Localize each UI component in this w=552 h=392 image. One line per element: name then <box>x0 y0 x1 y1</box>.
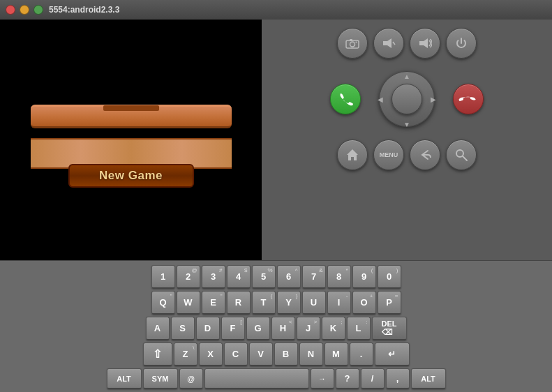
key-slash[interactable]: ? <box>336 368 359 389</box>
key-t[interactable]: T{ <box>252 291 276 315</box>
search-button[interactable] <box>446 140 477 170</box>
key-p[interactable]: P= <box>378 291 401 315</box>
maximize-button[interactable] <box>33 5 43 15</box>
key-fwdslash[interactable]: / <box>361 368 385 389</box>
key-e[interactable]: E" <box>202 291 225 315</box>
key-8[interactable]: 8* <box>327 265 351 289</box>
end-call-button[interactable] <box>453 84 484 114</box>
key-m[interactable]: M <box>325 342 348 366</box>
control-panel: ▲ ▼ ◀ ▶ MENU <box>262 20 552 260</box>
key-y[interactable]: Y} <box>277 291 301 315</box>
key-arrow-right[interactable]: → <box>311 368 334 389</box>
key-4[interactable]: 4$ <box>227 265 251 289</box>
minimize-button[interactable] <box>20 5 29 15</box>
svg-point-1 <box>350 42 355 47</box>
key-q[interactable]: Q" <box>151 291 175 315</box>
key-7[interactable]: 7& <box>302 265 326 289</box>
dpad-down-arrow: ▼ <box>403 121 410 128</box>
key-comma[interactable]: , <box>386 368 410 389</box>
key-shift[interactable]: ⇧ <box>143 342 172 366</box>
key-x[interactable]: X <box>199 342 223 366</box>
key-a[interactable]: A <box>146 317 170 340</box>
key-at[interactable]: @ <box>179 368 203 389</box>
key-n[interactable]: N <box>299 342 323 366</box>
key-sym[interactable]: SYM <box>143 368 178 389</box>
key-alt-right[interactable]: ALT <box>411 368 446 389</box>
menu-button[interactable]: MENU <box>373 140 404 170</box>
key-6[interactable]: 6^ <box>277 265 301 289</box>
control-row-2: ▲ ▼ ◀ ▶ <box>273 64 541 134</box>
back-button[interactable] <box>410 140 440 170</box>
key-enter[interactable]: ↵ <box>375 342 410 366</box>
key-o[interactable]: O+ <box>352 291 376 315</box>
call-button[interactable] <box>330 84 361 114</box>
volume-up-button[interactable] <box>410 28 440 59</box>
window-controls[interactable] <box>6 5 43 15</box>
phone-screen: New Game <box>0 20 262 260</box>
key-del[interactable]: DEL⌫ <box>372 317 407 340</box>
svg-marker-7 <box>347 149 358 160</box>
close-button[interactable] <box>6 5 15 15</box>
key-9[interactable]: 9( <box>352 265 376 289</box>
dpad-up-arrow: ▲ <box>403 73 410 80</box>
new-game-button[interactable]: New Game <box>68 164 194 188</box>
svg-point-3 <box>356 42 357 43</box>
key-f[interactable]: F[ <box>221 317 245 340</box>
home-button[interactable] <box>337 140 368 170</box>
key-j[interactable]: J> <box>297 317 320 340</box>
main-content: New Game <box>0 20 552 260</box>
key-r[interactable]: R <box>227 291 251 315</box>
key-period[interactable]: . <box>350 342 373 366</box>
dpad-right-arrow: ▶ <box>431 96 436 103</box>
svg-marker-4 <box>383 38 391 48</box>
keyboard-row-asdf: A S D F[ G H< J> K; L: DEL⌫ <box>3 317 549 340</box>
key-5[interactable]: 5% <box>252 265 276 289</box>
key-alt-left[interactable]: ALT <box>107 368 142 389</box>
key-s[interactable]: S <box>171 317 195 340</box>
svg-rect-2 <box>350 39 352 41</box>
keyboard-row-numbers: 1 2@ 3# 4$ 5% 6^ 7& 8* 9( 0) <box>3 265 549 289</box>
key-k[interactable]: K; <box>322 317 345 340</box>
key-u[interactable]: U <box>302 291 326 315</box>
key-3[interactable]: 3# <box>202 265 225 289</box>
key-b[interactable]: B <box>274 342 298 366</box>
keyboard-row-qwerty: Q" W E" R T{ Y} U I- O+ P= <box>3 291 549 315</box>
game-area: New Game <box>30 105 232 176</box>
key-i[interactable]: I- <box>327 291 351 315</box>
title-bar: 5554:android2.3.3 <box>0 0 552 20</box>
wooden-bar-top <box>31 105 232 128</box>
dpad[interactable]: ▲ ▼ ◀ ▶ <box>372 64 442 134</box>
camera-button[interactable] <box>337 28 368 59</box>
window-title: 5554:android2.3.3 <box>49 5 119 15</box>
key-l[interactable]: L: <box>347 317 371 340</box>
key-g[interactable]: G <box>246 317 270 340</box>
dpad-left-arrow: ◀ <box>378 96 383 103</box>
key-w[interactable]: W <box>177 291 200 315</box>
key-2[interactable]: 2@ <box>177 265 200 289</box>
svg-marker-6 <box>419 38 428 48</box>
key-v[interactable]: V <box>249 342 273 366</box>
key-0[interactable]: 0) <box>378 265 401 289</box>
dpad-center-button[interactable] <box>391 84 422 114</box>
volume-down-button[interactable] <box>373 28 404 59</box>
svg-line-9 <box>463 156 467 160</box>
key-c[interactable]: C <box>224 342 248 366</box>
key-z[interactable]: Z\ <box>174 342 197 366</box>
keyboard-row-zxcv: ⇧ Z\ X C V B N M . ↵ <box>3 342 549 366</box>
svg-line-5 <box>393 42 395 45</box>
key-d[interactable]: D <box>196 317 220 340</box>
key-space[interactable] <box>204 368 309 389</box>
control-row-1 <box>273 28 541 59</box>
power-button[interactable] <box>446 28 477 59</box>
key-h[interactable]: H< <box>271 317 295 340</box>
keyboard: 1 2@ 3# 4$ 5% 6^ 7& 8* 9( 0) Q" W E" R T… <box>0 260 552 392</box>
key-1[interactable]: 1 <box>151 265 175 289</box>
keyboard-row-bottom: ALT SYM @ → ? / , ALT <box>3 368 549 389</box>
control-row-3: MENU <box>273 140 541 170</box>
